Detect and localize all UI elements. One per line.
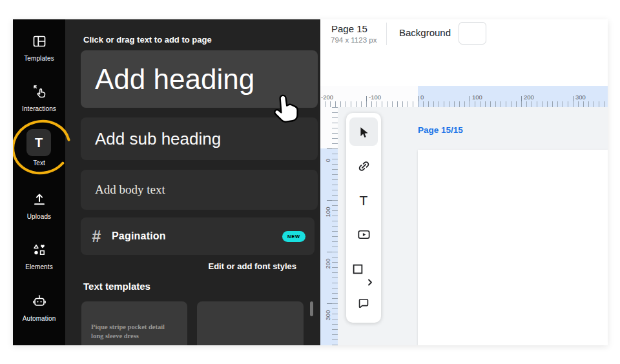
background-color-swatch[interactable] [459,22,486,45]
ruler-tick-label: 300 [575,94,586,101]
sidebar-item-label: Uploads [13,213,65,220]
text-template-card[interactable] [197,301,304,345]
ruler-tick-label: -100 [369,94,381,101]
tool-palette: T [346,113,381,323]
ruler-tick-label: 100 [472,94,482,101]
text-tool[interactable]: T [346,183,381,217]
ruler-tick-label: 200 [324,251,331,277]
page-canvas[interactable] [418,150,608,345]
add-subheading-label: Add sub heading [95,129,221,149]
sidebar: Templates Interactions T Text Uploads [13,19,65,345]
pagination-label: Pagination [112,230,166,242]
page-title: Page 15 [331,23,367,34]
ruler-tick-label: 0 [324,148,331,174]
vertical-ruler: 0 100 200 300 [320,107,338,345]
add-body-text-card[interactable]: Add body text [81,170,318,210]
sidebar-item-label: Templates [13,55,65,62]
text-template-card[interactable]: Pique stripe pocket detail long sleeve d… [81,301,187,345]
sidebar-item-label: Text [13,159,65,167]
shape-tool[interactable] [346,252,381,286]
text-panel: Click or drag text to add to page Add he… [65,19,320,345]
cursor-icon [356,125,371,139]
uploads-icon [32,192,47,207]
video-icon [356,227,371,242]
sidebar-item-label: Elements [13,263,65,270]
canvas-top-strip [320,50,608,86]
select-tool[interactable] [346,115,381,149]
link-tool[interactable] [346,149,381,183]
hash-icon: # [92,227,112,246]
templates-icon [32,34,47,49]
add-body-text-label: Add body text [95,183,165,197]
link-icon [356,159,371,174]
panel-scrollbar-thumb[interactable] [310,301,313,316]
sidebar-item-label: Interactions [13,105,65,112]
design-editor-window: Templates Interactions T Text Uploads [13,19,608,345]
add-heading-card[interactable]: Add heading [81,50,318,108]
sidebar-item-uploads[interactable]: Uploads [13,192,65,220]
add-subheading-card[interactable]: Add sub heading [81,117,318,160]
ruler-tick-label: 100 [324,199,331,225]
background-label: Background [399,27,451,38]
text-icon: T [26,129,51,156]
sidebar-item-templates[interactable]: Templates [13,34,65,62]
header-divider [386,23,387,45]
ruler-tick-label: 200 [524,94,534,101]
elements-icon [32,242,47,258]
text-templates-heading: Text templates [83,281,150,292]
page-dimensions: 794 x 1123 px [331,36,377,44]
sidebar-item-text[interactable]: T Text [13,129,65,177]
ruler-tick-label: -200 [321,94,333,101]
comment-icon [356,296,371,310]
template-sample-text: Pique stripe pocket detail long sleeve d… [91,323,178,341]
horizontal-ruler: -200 -100 0 100 200 300 [320,86,608,107]
automation-icon [32,294,47,309]
comment-tool[interactable] [346,286,381,320]
page-indicator: Page 15/15 [418,125,463,135]
sidebar-item-elements[interactable]: Elements [13,242,65,270]
pagination-card[interactable]: # Pagination NEW [81,217,315,255]
add-heading-label: Add heading [95,63,254,96]
sidebar-item-label: Automation [13,315,65,322]
ruler-tick-label: 0 [420,94,424,101]
text-tool-icon: T [360,193,368,208]
ruler-tick-label: 300 [324,303,331,329]
interactions-icon [32,84,47,99]
panel-title: Click or drag text to add to page [83,35,212,45]
chevron-right-icon [367,279,373,286]
new-badge: NEW [282,231,305,242]
video-tool[interactable] [346,217,381,252]
sidebar-item-automation[interactable]: Automation [13,294,65,322]
sidebar-item-interactions[interactable]: Interactions [13,84,65,112]
square-icon [351,263,364,276]
edit-font-styles-link[interactable]: Edit or add font styles [81,261,296,271]
